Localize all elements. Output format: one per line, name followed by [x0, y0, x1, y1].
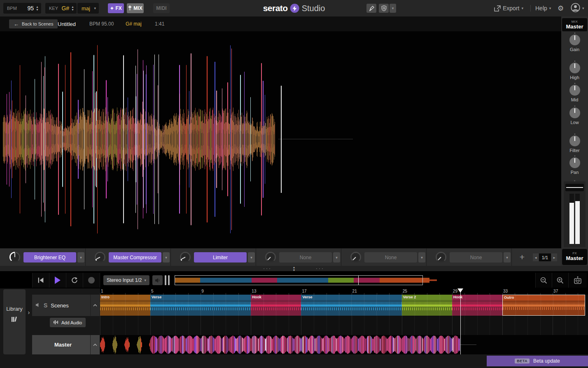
bpm-control[interactable]: BPM 95 ▲▼ [3, 3, 41, 14]
fx-slot-button[interactable]: None [364, 252, 417, 263]
back-to-scenes-button[interactable]: ← Back to Scenes [9, 19, 58, 28]
timeline[interactable]: 15913172125293337 IntroVerseHookVerseVer… [100, 288, 588, 355]
fx-page-next-button[interactable]: ▸ [551, 253, 557, 261]
fx-slot: Limiter ▾ [174, 248, 259, 266]
pen-tool-button[interactable] [366, 4, 376, 13]
fx-knob[interactable] [350, 252, 361, 263]
fx-page-prev-button[interactable]: ◂ [533, 253, 539, 261]
zoom-in-button[interactable] [552, 273, 568, 288]
add-fx-button[interactable]: + [517, 252, 527, 262]
export-button[interactable]: Export▾ [494, 0, 523, 16]
fader-handle[interactable] [565, 184, 584, 191]
scene-clip[interactable]: Outro [502, 295, 585, 316]
empty-track-area[interactable] [100, 316, 588, 335]
loop-button[interactable] [66, 273, 83, 288]
mix-mode-button[interactable]: MIX [127, 3, 144, 13]
mix-knob[interactable] [569, 85, 580, 96]
mute-speaker-icon[interactable] [35, 302, 40, 309]
scene-lane[interactable]: IntroVerseHookVerseVerse 2HookOutro [100, 295, 588, 316]
bar-number: 13 [252, 289, 256, 293]
fx-slot-button[interactable]: None [450, 252, 502, 263]
mix-knob[interactable] [569, 108, 580, 118]
mix-knob[interactable] [569, 35, 580, 45]
fx-knob[interactable] [265, 252, 276, 263]
fx-knob[interactable] [9, 252, 20, 263]
song-title[interactable]: Untitled [58, 16, 76, 31]
loop-icon [71, 277, 78, 284]
arrange-view[interactable] [0, 31, 561, 248]
bar-ruler[interactable]: 15913172125293337 [100, 288, 588, 295]
scene-clip[interactable]: Hook [452, 295, 502, 316]
scene-clip[interactable]: Intro [100, 295, 150, 316]
skip-to-start-button[interactable] [32, 273, 49, 288]
scenes-track-header[interactable]: S Scenes [32, 295, 100, 316]
drag-dots-icon [316, 268, 323, 269]
fx-slot-dropdown[interactable]: ▾ [248, 252, 255, 263]
fx-slot-dropdown[interactable]: ▾ [504, 252, 511, 263]
key-value[interactable]: G# [61, 5, 69, 12]
mix-knob[interactable] [569, 157, 580, 168]
fx-slot-divider [426, 248, 427, 266]
shield-q-icon [381, 5, 387, 11]
zoom-out-button[interactable] [535, 273, 552, 288]
input-monitor-button[interactable] [152, 275, 163, 285]
scene-clip[interactable]: Verse [150, 295, 251, 316]
audio-input-select[interactable]: Stereo Input 1/2 ▾ [103, 275, 149, 285]
play-button[interactable] [49, 273, 66, 288]
key-control[interactable]: KEY G# ▲▼ [45, 3, 77, 14]
settings-button[interactable]: ⚙ [558, 0, 564, 16]
chevron-down-icon: ▾ [94, 6, 96, 10]
scene-clip[interactable]: Hook [251, 295, 301, 316]
fx-slot-dropdown[interactable]: ▾ [77, 252, 84, 263]
fx-mode-button[interactable]: ✦FX [108, 3, 124, 13]
mix-knob[interactable] [569, 63, 580, 73]
fx-slot-dropdown[interactable]: ▾ [418, 252, 425, 263]
fx-slot-button[interactable]: Brightener EQ [23, 252, 76, 263]
fx-page-indicator: 1/1 [539, 253, 551, 261]
collapse-scenes-button[interactable] [90, 295, 100, 316]
chevron-down-icon: ▾ [336, 255, 338, 260]
add-audio-button[interactable]: Add Audio [50, 318, 86, 327]
export-icon [494, 5, 501, 12]
collapse-master-button[interactable] [90, 335, 100, 354]
fx-knob[interactable] [436, 252, 446, 263]
fx-knob[interactable] [180, 252, 191, 263]
fx-pager: ◂ 1/1 ▸ [533, 253, 557, 261]
count-in-button[interactable] [165, 275, 170, 285]
speaker-icon [155, 278, 160, 283]
panel-resize-strip: ▲▼ [0, 266, 588, 272]
key-scale-select[interactable]: maj ▾ [77, 3, 99, 14]
library-expand-button[interactable]: › [26, 308, 32, 316]
timeline-playhead[interactable] [460, 288, 461, 354]
master-track-lane[interactable] [100, 335, 588, 354]
bpm-stepper[interactable]: ▲▼ [34, 5, 41, 11]
key-stepper[interactable]: ▲▼ [69, 5, 77, 11]
fx-slot-dropdown[interactable]: ▾ [163, 252, 170, 263]
playhead-marker[interactable] [457, 288, 463, 293]
fx-slot-button[interactable]: Master Compressor [109, 252, 161, 263]
quantize-button[interactable] [379, 4, 389, 13]
fx-slot-dropdown[interactable]: ▾ [333, 252, 340, 263]
assistant-button[interactable] [568, 273, 587, 288]
midi-button[interactable]: MIDI [153, 3, 170, 13]
fx-slot-button[interactable]: None [279, 252, 332, 263]
fx-slot-button[interactable]: Limiter [194, 252, 247, 263]
level-meter-left [569, 194, 574, 244]
mix-knob[interactable] [569, 136, 580, 146]
scene-clip[interactable]: Verse [301, 295, 401, 316]
tool-dropdown-button[interactable]: ▾ [390, 4, 396, 13]
help-button[interactable]: Help▾ [535, 0, 551, 16]
solo-button[interactable]: S [44, 302, 47, 309]
scene-clip[interactable]: Verse 2 [402, 295, 452, 316]
record-button[interactable] [83, 273, 100, 288]
library-toggle[interactable]: Library [3, 289, 26, 354]
overview-viewport[interactable] [175, 275, 423, 285]
master-track-header[interactable]: Master [32, 335, 100, 354]
library-label: Library [3, 306, 26, 312]
fx-slot: Brightener EQ ▾ [4, 248, 89, 266]
fx-knob[interactable] [95, 252, 105, 263]
account-button[interactable]: ▾ [571, 0, 584, 16]
panel-resize-handle[interactable]: ▲▼ [290, 266, 298, 272]
beta-update-button[interactable]: BETA Beta update [487, 356, 588, 366]
bpm-value[interactable]: 95 [27, 5, 34, 12]
